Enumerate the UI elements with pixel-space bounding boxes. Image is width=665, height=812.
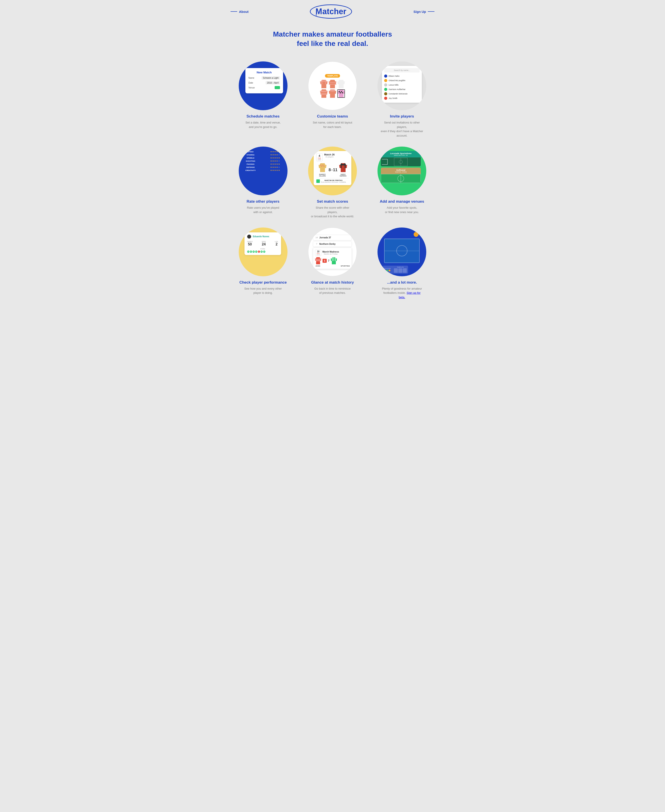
player-item: Lexus Mills <box>384 83 419 87</box>
venue-pitch-1 <box>381 157 421 166</box>
feature-schedule: New Match Name Schwein a Light Date 2016… <box>231 61 295 138</box>
player-avatar <box>384 97 387 100</box>
schedule-card: New Match Name Schwein a Light Date 2016… <box>246 68 283 94</box>
hero-headline: Matcher makes amateur footballers feel l… <box>226 30 439 48</box>
basketball <box>414 232 419 237</box>
schedule-name-row: Name Schwein a Light <box>249 76 280 80</box>
svg-marker-12 <box>337 89 345 98</box>
scores-illustration: 4 FEB 2000 Match 26 10 players <box>308 146 357 195</box>
rate-illustration: SPEED ★★★★★ STAMINA ★★★★★ DRIBBLE ★★★★★ <box>239 146 288 195</box>
player-item: Eileen Hahn <box>384 74 419 78</box>
svg-rect-20 <box>342 92 343 94</box>
rate-desc: Rate users you've played with or against… <box>247 205 279 214</box>
performance-illustration: Eduardo Nunes GAMES 50 WINS 24 LOS. 2 <box>239 228 288 276</box>
performance-title: Check player performance <box>239 280 287 285</box>
rate-stamina: STAMINA ★★★★★ <box>244 154 280 156</box>
player-item: Constantin McKenzie <box>384 92 419 96</box>
history-illustration: 14 Jornada 37 7 Northern Derby 10 MAR <box>308 228 357 276</box>
svg-rect-29 <box>322 166 323 167</box>
svg-rect-23 <box>320 164 321 166</box>
history-item-1: 14 Jornada 37 <box>313 235 352 240</box>
jersey-2 <box>329 80 336 88</box>
jersey-4 <box>320 89 328 98</box>
performance-card: Eduardo Nunes GAMES 50 WINS 24 LOS. 2 <box>244 232 281 255</box>
rate-shooting: SHOOTING ★★★★★ <box>244 160 280 162</box>
signup-label[interactable]: Sign Up <box>413 10 426 13</box>
player-item: Garrison Aufderhar <box>384 87 419 92</box>
signup-link[interactable]: Sign Up <box>413 10 434 13</box>
svg-rect-27 <box>320 166 321 167</box>
svg-marker-5 <box>337 80 345 88</box>
player-avatar <box>384 74 387 78</box>
team1: RAMSEY KILLERS <box>316 163 329 177</box>
svg-rect-28 <box>321 166 322 167</box>
customize-illustration: TEMPLATE <box>308 61 357 110</box>
schedule-card-title: New Match <box>249 71 280 74</box>
perf-avatar <box>247 235 251 239</box>
rate-passing: PASSING ★★★★★ <box>244 163 280 165</box>
jersey-grid <box>320 80 345 98</box>
rate-defense: DEFENSE ★★★★★ <box>244 166 280 168</box>
jersey-1 <box>320 80 328 88</box>
team2: VARDY SNIPERS <box>337 163 349 177</box>
signup-line <box>428 11 434 12</box>
invite-card: Search by name... Eileen Hahn Orland McL… <box>382 66 422 103</box>
svg-rect-16 <box>342 91 343 92</box>
svg-rect-17 <box>339 92 340 94</box>
scores-desc: Share the score with other players, or b… <box>310 205 355 219</box>
player-avatar <box>384 79 387 82</box>
match-date: 4 FEB 2000 <box>316 153 323 161</box>
svg-rect-7 <box>321 91 327 92</box>
history-item-2: 7 Northern Derby <box>313 241 352 247</box>
rate-title: Rate other players <box>246 199 279 204</box>
header: About Matcher Sign Up <box>222 0 443 23</box>
venue-pitch-2 <box>381 174 421 183</box>
feature-performance: Eduardo Nunes GAMES 50 WINS 24 LOS. 2 <box>231 228 295 300</box>
feature-rate: SPEED ★★★★★ STAMINA ★★★★★ DRIBBLE ★★★★★ <box>231 146 295 219</box>
player-avatar <box>384 92 387 95</box>
games-stat: GAMES 50 <box>247 241 253 246</box>
about-label[interactable]: About <box>239 10 249 13</box>
rate-card: SPEED ★★★★★ STAMINA ★★★★★ DRIBBLE ★★★★★ <box>244 151 280 172</box>
svg-rect-26 <box>323 164 324 166</box>
scores-title: Set match scores <box>317 199 348 204</box>
more-desc: Plenty of goodness for amateur footballe… <box>380 287 424 300</box>
svg-rect-18 <box>340 92 341 94</box>
feature-venues: Lucozade Sportsdome MANCHESTER, UK <box>370 146 434 219</box>
svg-rect-13 <box>339 91 340 92</box>
logo[interactable]: Matcher <box>310 5 352 19</box>
venue-item-1: Lucozade Sportsdome MANCHESTER, UK <box>381 151 421 166</box>
about-line <box>231 11 237 12</box>
losses-stat: LOS. 2 <box>275 241 278 246</box>
venues-illustration: Lucozade Sportsdome MANCHESTER, UK <box>377 146 426 195</box>
svg-rect-30 <box>323 166 324 167</box>
history-desc: Go back in time to reminisce of previous… <box>314 287 351 295</box>
venues-card: Lucozade Sportsdome MANCHESTER, UK <box>381 151 421 184</box>
svg-rect-24 <box>321 164 322 166</box>
more-title: ...and a lot more. <box>387 280 417 285</box>
invite-illustration: Search by name... Eileen Hahn Orland McL… <box>377 61 426 110</box>
jersey-3 <box>337 80 345 88</box>
feature-customize: TEMPLATE <box>300 61 365 138</box>
player-item: Joy Smith <box>384 96 419 100</box>
about-link[interactable]: About <box>231 10 249 13</box>
more-panel: COLOURS TEMPLATE <box>383 266 408 274</box>
scores-card: 4 FEB 2000 Match 26 10 players <box>314 151 351 185</box>
history-item-3: 10 MAR 20:00 March Madness Martim de Fre… <box>313 248 352 269</box>
invite-desc: Send out invitations to other players, e… <box>380 120 424 138</box>
search-field: Search by name... <box>384 68 419 72</box>
rate-dribble: DRIBBLE ★★★★★ <box>244 157 280 159</box>
schedule-illustration: New Match Name Schwein a Light Date 2016… <box>239 61 288 110</box>
invite-title: Invite players <box>390 114 414 119</box>
svg-rect-8 <box>321 94 327 95</box>
schedule-date-row: Date 2016 ↕ April <box>249 81 280 84</box>
more-illustration: COLOURS TEMPLATE <box>377 228 426 276</box>
logo-text: Matcher <box>315 7 346 16</box>
performance-desc: See how you and every other player is do… <box>244 287 282 295</box>
form-dots: W W W W L W W <box>247 251 278 253</box>
hero-section: Matcher makes amateur footballers feel l… <box>222 23 443 52</box>
feature-history: 14 Jornada 37 7 Northern Derby 10 MAR <box>300 228 365 300</box>
history-title: Glance at match history <box>311 280 354 285</box>
arrow-icon <box>348 148 355 154</box>
rate-creativity: CREATIVITY ★★★★★ <box>244 169 280 171</box>
